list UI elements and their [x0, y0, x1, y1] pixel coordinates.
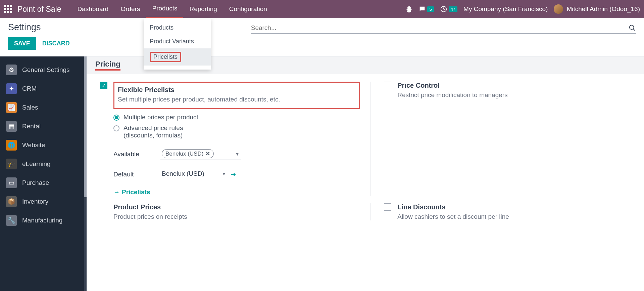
app-brand[interactable]: Point of Sale [17, 5, 61, 14]
save-button[interactable]: SAVE [8, 37, 36, 50]
pricelists-link[interactable]: → Pricelists [113, 189, 360, 196]
checkbox-flexible-pricelists[interactable]: ✓ [100, 82, 107, 89]
chart-icon: 📈 [6, 102, 17, 113]
link-label: Pricelists [122, 189, 150, 196]
chevron-down-icon[interactable]: ▼ [221, 171, 226, 176]
svg-point-1 [630, 25, 634, 29]
sidebar-item-label: Rental [22, 123, 41, 130]
radio-multiple-prices[interactable]: Multiple prices per product [113, 114, 360, 121]
setting-desc: Restrict price modification to managers [397, 91, 507, 99]
nav-reporting[interactable]: Reporting [183, 0, 223, 18]
calendar-icon: ▦ [6, 121, 17, 132]
tag-remove-icon[interactable]: ✕ [205, 150, 210, 157]
sidebar-item-manufacturing[interactable]: 🔧Manufacturing [0, 211, 87, 230]
default-pricelist-select[interactable]: Benelux (USD) ▼ [160, 169, 228, 179]
discard-button[interactable]: DISCARD [42, 40, 70, 47]
setting-desc: Product prices on receipts [113, 213, 187, 220]
field-label-available: Available [113, 151, 160, 158]
setting-desc: Allow cashiers to set a discount per lin… [397, 213, 509, 220]
checkbox-price-control[interactable] [384, 82, 391, 89]
select-value: Benelux (USD) [162, 170, 204, 177]
highlight-box: Flexible Pricelists Set multiple prices … [113, 82, 360, 109]
sidebar-item-label: CRM [22, 85, 37, 92]
radio-sublabel: (discounts, formulas) [123, 132, 183, 139]
bug-icon[interactable] [406, 6, 412, 12]
nav-configuration[interactable]: Configuration [223, 0, 273, 18]
setting-title: Price Control [397, 82, 507, 89]
sidebar-item-label: Website [22, 141, 45, 149]
products-dropdown: Products Product Variants Pricelists [144, 18, 211, 70]
search-icon[interactable] [629, 24, 636, 32]
nav-orders[interactable]: Orders [114, 0, 146, 18]
apps-icon[interactable] [4, 5, 13, 13]
sidebar-item-general-settings[interactable]: ⚙General Settings [0, 60, 87, 79]
tag-label: Benelux (USD) [165, 151, 203, 157]
search-input[interactable] [251, 24, 629, 32]
sidebar-item-label: Inventory [22, 198, 48, 205]
sidebar-item-purchase[interactable]: ▭Purchase [0, 173, 87, 192]
setting-desc: Set multiple prices per product, automat… [118, 96, 354, 103]
sidebar-item-website[interactable]: 🌐Website [0, 136, 87, 155]
svg-line-2 [633, 29, 635, 31]
arrow-right-icon: → [113, 189, 120, 196]
radio-label: Advanced price rules [123, 124, 183, 132]
activities-icon[interactable]: 47 [440, 5, 457, 13]
setting-title: Flexible Pricelists [118, 86, 354, 94]
dropdown-pricelists-label: Pricelists [150, 52, 181, 62]
radio-icon [113, 125, 119, 131]
messages-icon[interactable]: 5 [418, 5, 434, 13]
settings-sidebar: ⚙General Settings ✦CRM 📈Sales ▦Rental 🌐W… [0, 56, 87, 291]
user-name: Mitchell Admin (Odoo_16) [566, 5, 640, 13]
dropdown-products[interactable]: Products [144, 21, 211, 35]
radio-icon [113, 115, 119, 121]
sidebar-scrollbar[interactable] [84, 56, 87, 291]
handshake-icon: ✦ [6, 83, 17, 94]
control-panel: Settings SAVE DISCARD [0, 18, 644, 56]
nav-products[interactable]: Products [146, 0, 183, 18]
page-title: Settings [8, 22, 70, 33]
radio-advanced-rules[interactable]: Advanced price rules (discounts, formula… [113, 124, 360, 139]
globe-icon: 🌐 [6, 140, 17, 151]
activities-badge: 47 [449, 6, 457, 12]
sidebar-item-crm[interactable]: ✦CRM [0, 79, 87, 98]
radio-label: Multiple prices per product [123, 114, 198, 121]
sidebar-item-rental[interactable]: ▦Rental [0, 117, 87, 136]
chevron-down-icon[interactable]: ▼ [235, 151, 240, 157]
messages-badge: 5 [427, 6, 434, 12]
external-link-icon[interactable]: ➔ [231, 171, 236, 178]
card-icon: ▭ [6, 177, 17, 188]
tag-benelux: Benelux (USD) ✕ [162, 149, 214, 158]
sidebar-item-inventory[interactable]: 📦Inventory [0, 192, 87, 211]
gear-icon: ⚙ [6, 65, 17, 75]
search-bar[interactable] [251, 22, 636, 34]
setting-title: Product Prices [113, 203, 187, 211]
sidebar-item-label: Sales [22, 104, 38, 111]
sidebar-item-label: General Settings [22, 66, 70, 74]
dropdown-pricelists[interactable]: Pricelists [144, 48, 211, 66]
sidebar-item-elearning[interactable]: 🎓eLearning [0, 155, 87, 173]
nav-dashboard[interactable]: Dashboard [71, 0, 114, 18]
top-navbar: Point of Sale Dashboard Orders Products … [0, 0, 644, 18]
wrench-icon: 🔧 [6, 215, 17, 226]
avatar [554, 4, 563, 14]
dropdown-product-variants[interactable]: Product Variants [144, 35, 211, 48]
sidebar-item-label: Manufacturing [22, 217, 62, 224]
section-title: Pricing [95, 60, 120, 71]
user-menu[interactable]: Mitchell Admin (Odoo_16) [554, 4, 640, 14]
box-icon: 📦 [6, 196, 17, 207]
field-label-default: Default [113, 171, 160, 178]
sidebar-item-sales[interactable]: 📈Sales [0, 98, 87, 117]
company-switcher[interactable]: My Company (San Francisco) [463, 5, 548, 13]
checkbox-line-discounts[interactable] [384, 203, 391, 211]
setting-title: Line Discounts [397, 203, 509, 211]
sidebar-item-label: Purchase [22, 179, 49, 186]
elearning-icon: 🎓 [6, 159, 17, 169]
settings-content: Pricing ✓ Flexible Pricelists Set multip… [87, 56, 644, 291]
sidebar-item-label: eLearning [22, 160, 51, 168]
available-pricelists-input[interactable]: Benelux (USD) ✕ ▼ [160, 149, 241, 160]
